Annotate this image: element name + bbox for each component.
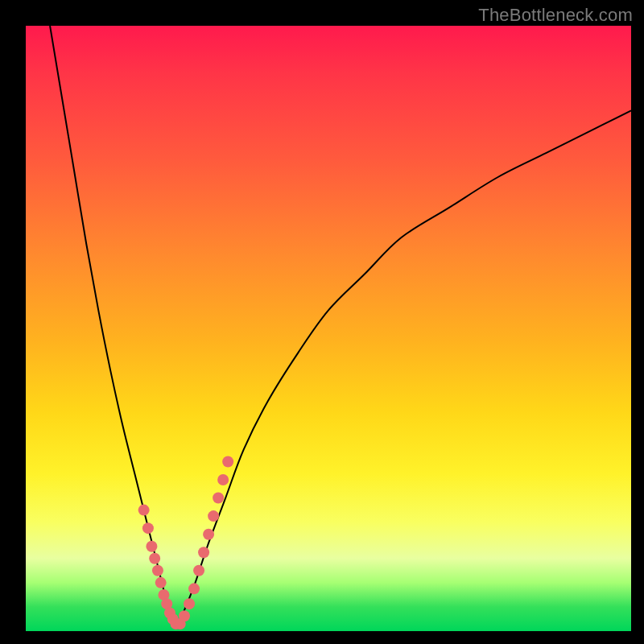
data-dot xyxy=(152,565,163,576)
data-dot xyxy=(222,456,233,467)
data-dot xyxy=(213,493,224,504)
data-dot xyxy=(217,474,229,485)
plot-area xyxy=(26,26,631,631)
data-dot xyxy=(188,583,200,594)
curve-layer xyxy=(26,26,631,631)
highlight-dots xyxy=(138,456,234,630)
chart-frame: TheBottleneck.com xyxy=(0,0,644,644)
data-dot xyxy=(155,577,167,588)
data-dot xyxy=(146,541,157,552)
data-dot xyxy=(149,553,160,564)
data-dot xyxy=(198,547,209,558)
watermark-text: TheBottleneck.com xyxy=(478,5,633,26)
data-dot xyxy=(193,565,204,576)
data-dot xyxy=(138,505,150,516)
data-dot xyxy=(208,510,219,522)
data-dot xyxy=(179,610,190,621)
data-dot xyxy=(203,529,214,540)
data-dot xyxy=(142,522,154,534)
data-dot xyxy=(184,598,195,609)
right-curve xyxy=(177,110,631,625)
left-curve xyxy=(50,26,177,625)
